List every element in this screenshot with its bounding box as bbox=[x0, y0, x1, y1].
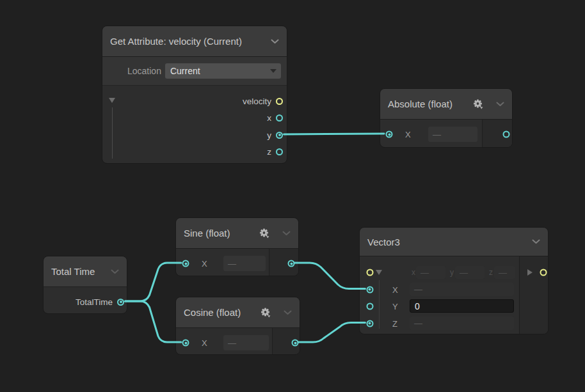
inline-label-x: x bbox=[412, 268, 415, 277]
foldout-guide-line bbox=[379, 280, 380, 329]
node-title: Absolute (float) bbox=[388, 98, 453, 109]
node-get-attribute[interactable]: Get Attribute: velocity (Current) Locati… bbox=[102, 26, 287, 164]
node-title: Vector3 bbox=[367, 237, 400, 247]
node-title: Cosine (float) bbox=[184, 307, 241, 318]
node-title: Sine (float) bbox=[184, 228, 230, 239]
output-row-velocity: velocity bbox=[102, 93, 287, 109]
edge-getattribute-y-to-absolute-x[interactable] bbox=[284, 134, 385, 134]
node-title: Total Time bbox=[51, 266, 95, 277]
foldout-expanded-icon[interactable] bbox=[376, 270, 382, 275]
output-port-vector3[interactable] bbox=[540, 269, 547, 276]
chevron-down-icon[interactable] bbox=[284, 310, 292, 315]
output-port-totaltime[interactable] bbox=[117, 299, 124, 306]
vfx-graph-canvas[interactable]: Get Attribute: velocity (Current) Locati… bbox=[0, 0, 585, 392]
output-port-x[interactable] bbox=[276, 114, 283, 122]
node-absolute[interactable]: Absolute (float) bbox=[380, 88, 513, 148]
edge-cosine-to-vector3-z[interactable] bbox=[298, 323, 365, 343]
output-port-velocity[interactable] bbox=[276, 98, 283, 105]
inline-field-y-disabled: — bbox=[455, 266, 485, 279]
node-sine[interactable]: Sine (float) X bbox=[175, 217, 299, 276]
inline-label-z: z bbox=[489, 268, 493, 277]
node-title-bar[interactable]: Cosine (float) bbox=[176, 297, 300, 328]
node-vector3[interactable]: Vector3 x — y — z — X — Y 0 bbox=[359, 227, 549, 334]
input-port-x[interactable] bbox=[386, 131, 393, 138]
location-setting-row: Location Current bbox=[102, 57, 287, 86]
input-port-y[interactable] bbox=[366, 302, 373, 310]
chevron-down-icon[interactable] bbox=[271, 39, 279, 44]
input-port-x[interactable] bbox=[366, 286, 373, 293]
input-field-x-disabled: — bbox=[428, 127, 477, 142]
output-port-label: y bbox=[267, 130, 271, 140]
output-port[interactable] bbox=[292, 340, 299, 347]
output-section bbox=[519, 256, 548, 334]
output-port-label: velocity bbox=[243, 97, 271, 106]
row-label-x: X bbox=[392, 285, 398, 295]
row-label-y: Y bbox=[392, 302, 398, 311]
output-space-icon bbox=[527, 269, 533, 276]
location-dropdown[interactable]: Current bbox=[165, 63, 281, 79]
input-port-x[interactable] bbox=[182, 260, 189, 267]
chevron-down-icon[interactable] bbox=[111, 269, 119, 274]
node-cosine[interactable]: Cosine (float) X bbox=[175, 297, 300, 355]
inline-label-y: y bbox=[450, 268, 454, 277]
output-row-totaltime: TotalTime bbox=[44, 294, 127, 310]
edge-totaltime-to-sine-x[interactable] bbox=[125, 263, 182, 301]
node-title-bar[interactable]: Get Attribute: velocity (Current) bbox=[102, 26, 287, 57]
node-title: Get Attribute: velocity (Current) bbox=[110, 36, 242, 47]
inline-field-z-disabled: — bbox=[494, 266, 515, 279]
chevron-down-icon[interactable] bbox=[532, 239, 540, 244]
output-port-z[interactable] bbox=[276, 148, 283, 155]
row-label-z: Z bbox=[392, 319, 397, 329]
output-port[interactable] bbox=[503, 131, 510, 138]
gear-settings-icon[interactable] bbox=[259, 228, 269, 239]
row-field-z-disabled: — bbox=[410, 317, 514, 330]
node-title-bar[interactable]: Vector3 bbox=[360, 228, 548, 256]
input-label: X bbox=[202, 338, 207, 348]
node-title-bar[interactable]: Absolute (float) bbox=[380, 89, 512, 120]
edge-sine-to-vector3-x[interactable] bbox=[294, 263, 365, 289]
inline-field-x-disabled: — bbox=[416, 266, 445, 279]
output-row-y: y bbox=[102, 127, 287, 143]
input-port-x[interactable] bbox=[182, 340, 189, 347]
gear-settings-icon[interactable] bbox=[260, 308, 271, 318]
input-label: X bbox=[405, 130, 411, 139]
node-total-time[interactable]: Total Time TotalTime bbox=[43, 256, 127, 314]
row-field-x-disabled: — bbox=[410, 283, 514, 296]
output-row-z: z bbox=[102, 143, 287, 160]
node-title-bar[interactable]: Sine (float) bbox=[176, 218, 298, 249]
dropdown-arrow-icon bbox=[270, 69, 276, 73]
input-label: X bbox=[202, 259, 207, 269]
chevron-down-icon[interactable] bbox=[496, 102, 504, 107]
location-dropdown-value: Current bbox=[170, 66, 200, 76]
output-port[interactable] bbox=[288, 260, 295, 267]
chevron-down-icon[interactable] bbox=[282, 231, 291, 236]
input-field-x-disabled: — bbox=[223, 335, 269, 350]
input-field-x-disabled: — bbox=[223, 256, 266, 271]
node-title-bar[interactable]: Total Time bbox=[44, 256, 127, 287]
location-label: Location bbox=[127, 66, 161, 76]
output-row-x: x bbox=[102, 109, 287, 126]
output-port-label: TotalTime bbox=[76, 297, 113, 307]
edge-totaltime-to-cosine-x[interactable] bbox=[125, 301, 182, 342]
input-port-vector3[interactable] bbox=[366, 269, 373, 276]
gear-settings-icon[interactable] bbox=[473, 99, 483, 109]
input-port-z[interactable] bbox=[366, 320, 373, 327]
output-port-y[interactable] bbox=[276, 132, 283, 139]
output-port-label: x bbox=[267, 113, 271, 123]
row-field-y-input[interactable]: 0 bbox=[410, 299, 514, 313]
output-port-label: z bbox=[267, 147, 271, 157]
